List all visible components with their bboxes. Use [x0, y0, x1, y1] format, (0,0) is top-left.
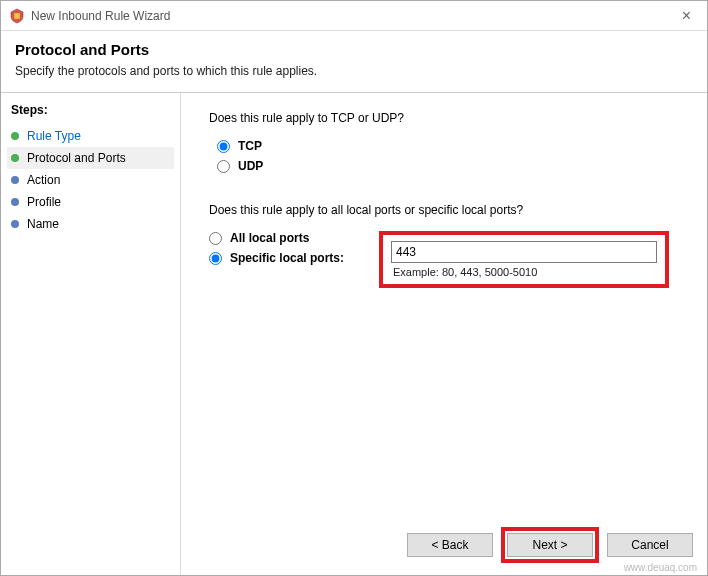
ports-radio-group: All local ports Specific local ports:: [209, 231, 379, 271]
step-label: Protocol and Ports: [27, 151, 126, 165]
question-protocol: Does this rule apply to TCP or UDP?: [209, 111, 679, 125]
step-label: Action: [27, 173, 60, 187]
svg-rect-0: [14, 13, 20, 19]
radio-specific-ports-label: Specific local ports:: [230, 251, 344, 265]
watermark: www.deuaq.com: [624, 562, 697, 573]
radio-specific-ports[interactable]: [209, 252, 222, 265]
steps-panel: Steps: Rule Type Protocol and Ports Acti…: [1, 93, 181, 575]
bullet-icon: [11, 198, 19, 206]
step-action[interactable]: Action: [7, 169, 174, 191]
radio-udp[interactable]: [217, 160, 230, 173]
cancel-button[interactable]: Cancel: [607, 533, 693, 557]
wizard-body: Steps: Rule Type Protocol and Ports Acti…: [1, 93, 707, 575]
step-profile[interactable]: Profile: [7, 191, 174, 213]
bullet-icon: [11, 132, 19, 140]
back-button[interactable]: < Back: [407, 533, 493, 557]
step-rule-type[interactable]: Rule Type: [7, 125, 174, 147]
next-button[interactable]: Next >: [507, 533, 593, 557]
button-bar: < Back Next > Cancel: [407, 527, 693, 563]
radio-tcp-label: TCP: [238, 139, 262, 153]
bullet-icon: [11, 154, 19, 162]
ports-section: All local ports Specific local ports: Ex…: [209, 231, 679, 288]
wizard-window: New Inbound Rule Wizard × Protocol and P…: [0, 0, 708, 576]
steps-label: Steps:: [7, 101, 174, 119]
close-icon[interactable]: ×: [674, 7, 699, 25]
step-name[interactable]: Name: [7, 213, 174, 235]
step-label: Rule Type: [27, 129, 81, 143]
wizard-header: Protocol and Ports Specify the protocols…: [1, 31, 707, 93]
content-panel: Does this rule apply to TCP or UDP? TCP …: [181, 93, 707, 575]
step-label: Profile: [27, 195, 61, 209]
page-title: Protocol and Ports: [15, 41, 693, 58]
ports-example: Example: 80, 443, 5000-5010: [393, 266, 657, 278]
radio-row-tcp: TCP: [217, 139, 679, 153]
radio-all-ports[interactable]: [209, 232, 222, 245]
app-icon: [9, 8, 25, 24]
radio-tcp[interactable]: [217, 140, 230, 153]
ports-input-highlight: Example: 80, 443, 5000-5010: [379, 231, 669, 288]
next-button-highlight: Next >: [501, 527, 599, 563]
window-title: New Inbound Rule Wizard: [31, 9, 674, 23]
titlebar: New Inbound Rule Wizard ×: [1, 1, 707, 31]
radio-row-specific-ports: Specific local ports:: [209, 251, 379, 265]
step-label: Name: [27, 217, 59, 231]
radio-udp-label: UDP: [238, 159, 263, 173]
bullet-icon: [11, 176, 19, 184]
radio-row-udp: UDP: [217, 159, 679, 173]
radio-row-all-ports: All local ports: [209, 231, 379, 245]
step-protocol-ports[interactable]: Protocol and Ports: [7, 147, 174, 169]
radio-all-ports-label: All local ports: [230, 231, 309, 245]
protocol-radio-group: TCP UDP: [217, 139, 679, 173]
bullet-icon: [11, 220, 19, 228]
page-subtitle: Specify the protocols and ports to which…: [15, 64, 693, 78]
question-ports: Does this rule apply to all local ports …: [209, 203, 679, 217]
specific-ports-input[interactable]: [391, 241, 657, 263]
